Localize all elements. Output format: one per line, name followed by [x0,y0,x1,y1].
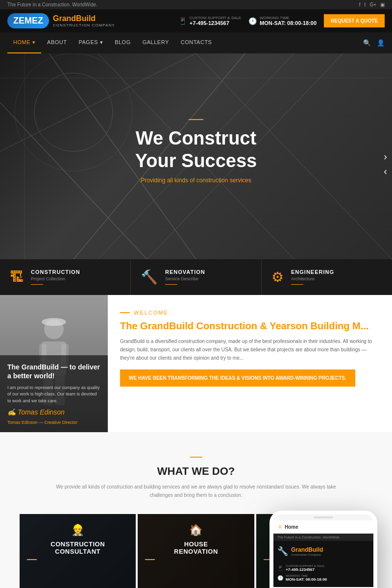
nav-icons: 🔍 👤 [363,39,385,47]
card-title-construction: CONSTRUCTIONCONSULTANT [27,540,128,555]
service-renovation-title: RENOVATION [165,269,205,275]
zemez-logo[interactable]: ZEMEZ [7,13,49,28]
service-engineering[interactable]: ⚙ ENGINEERING Architecture [262,259,392,295]
services-bar: 🏗 CONSTRUCTION Project Collection 🔨 RENO… [0,259,392,295]
phone-brand-name: GrandBuild [291,546,323,553]
phone-header: 🔧 GrandBuild Construction Company [273,541,373,562]
phone-screen: ≡ Home The Future in a Construction. Wor… [273,520,373,588]
social-icons: f t G+ ▣ [359,2,385,7]
hours-contact: 🕐 WORKING TIME MON-SAT: 08:00-18:00 [248,16,317,26]
about-image-overlay: The GrandBuild — to deliver a better wor… [0,355,108,432]
card-icon-construction: 👷 [27,524,128,537]
card-line-construction [27,559,37,560]
twitter-icon[interactable]: t [365,2,366,7]
google-plus-icon[interactable]: G+ [369,2,376,7]
support-phone: +7-495-1234567 [190,20,241,26]
phone-nav-bar: ≡ Home [273,520,373,534]
user-icon[interactable]: 👤 [377,39,385,47]
quote-button[interactable]: REQUEST A QUOTE [324,14,385,27]
phone-brand-sub: Construction Company [291,553,323,556]
card-house-renovation[interactable]: 🏠 HOUSERENOVATION [138,514,254,588]
facebook-icon[interactable]: f [359,2,361,7]
about-wrapper: The GrandBuild — to deliver a better wor… [0,295,392,432]
service-renovation[interactable]: 🔨 RENOVATION Service Describe [131,259,262,295]
service-renovation-line [165,284,177,285]
phone-support-phone: +7-495-1234567 [286,567,324,572]
search-icon[interactable]: 🔍 [363,39,371,47]
phone-brand-icon: 🔧 [277,546,288,557]
hero-prev-arrow[interactable]: ‹ [384,166,387,177]
brand-info: GrandBuild CONSTRUCTION COMPANY [53,14,115,27]
service-renovation-desc: Service Describe [165,276,205,281]
service-construction[interactable]: 🏗 CONSTRUCTION Project Collection [0,259,131,295]
nav-pages[interactable]: PAGES ▾ [73,32,109,53]
support-label: CUSTOM SUPPORT & SALE [190,16,241,20]
about-img-text: I am proud to represent our company as q… [7,385,100,405]
hours-label: WORKING TIME [260,16,317,20]
about-cta[interactable]: WE HAVE BEEN TRANSFORMING THE IDEAS & VI… [120,369,355,387]
hero-title: We Construct Your Success [135,127,257,172]
site-header: ZEMEZ GrandBuild CONSTRUCTION COMPANY 📱 … [0,9,392,32]
about-welcome: WELCOME [120,310,380,316]
phone-hours-row: 🕐 WORKING TIME MON-SAT: 08:00-18:00 [277,574,369,582]
hero-subtitle: Providing all kinds of construction serv… [141,177,251,184]
card-content-renovation: 🏠 HOUSERENOVATION [138,514,254,570]
nav-gallery[interactable]: GALLERY [137,32,175,53]
card-content-construction: 👷 CONSTRUCTIONCONSULTANT [20,514,136,570]
section-title: WHAT WE DO? [10,465,382,478]
nav-about[interactable]: ABOUT [41,32,73,53]
hero-accent-line [189,119,203,120]
author: Tomas Edinson — Creative Director [7,420,100,425]
engineering-icon: ⚙ [271,269,284,285]
nav-links: HOME ▾ ABOUT PAGES ▾ BLOG GALLERY CONTAC… [7,32,218,53]
construction-icon: 🏗 [10,269,24,285]
about-img-title: The GrandBuild — to deliver a better wor… [7,363,100,380]
phone-topbar: The Future in a Construction. WorldWide. [273,534,373,541]
brand-name: GrandBuild [53,14,96,23]
card-icon-renovation: 🏠 [145,524,246,537]
service-construction-line [31,284,43,285]
nav-blog[interactable]: BLOG [109,32,137,53]
about-text: GrandBuild is a diversified construction… [120,337,380,362]
section-text: We provide all kinds of construction and… [49,483,343,499]
service-engineering-desc: Architecture [291,276,334,281]
hero-content: We Construct Your Success Providing all … [0,53,392,259]
nav-home[interactable]: HOME ▾ [7,32,41,53]
service-engineering-title: ENGINEERING [291,269,334,275]
phone-top [273,514,373,520]
header-contact: 📱 CUSTOM SUPPORT & SALE +7-495-1234567 🕐… [178,14,385,27]
about-content: WELCOME The GrandBuild Construction & Ye… [108,295,392,432]
service-construction-title: CONSTRUCTION [31,269,80,275]
instagram-icon[interactable]: ▣ [380,2,385,7]
phone-nav-title: Home [285,524,298,530]
svg-point-18 [42,318,66,326]
clock-icon: 🕐 [248,17,257,25]
phone-icon: 📱 [178,17,187,25]
hours-value: MON-SAT: 08:00-18:00 [260,20,317,26]
phone-hours-value: MON-SAT: 08:00-18:00 [286,577,327,582]
card-title-renovation: HOUSERENOVATION [145,540,246,555]
card-construction-consultant[interactable]: 👷 CONSTRUCTIONCONSULTANT [20,514,136,588]
phone-speaker [314,516,333,518]
service-construction-desc: Project Collection [31,276,80,281]
service-engineering-line [291,284,303,285]
nav-contacts[interactable]: CONTACTS [175,32,218,53]
tagline: The Future in a Construction. WorldWide. [7,2,98,7]
phone-mockup: ≡ Home The Future in a Construction. Wor… [270,511,377,588]
phone-hamburger-icon: ≡ [278,523,282,530]
hero-next-arrow[interactable]: › [384,151,387,162]
about-section: The GrandBuild — to deliver a better wor… [0,295,392,432]
top-bar: The Future in a Construction. WorldWide.… [0,0,392,9]
main-nav: HOME ▾ ABOUT PAGES ▾ BLOG GALLERY CONTAC… [0,32,392,53]
signature: ✍ Tomas Edinson [7,408,100,416]
phone-contact-section: 📱 CUSTOM SUPPORT & SALE +7-495-1234567 🕐… [273,562,373,587]
phone-support-icon: 📱 [277,565,283,571]
hero-section: We Construct Your Success Providing all … [0,53,392,259]
card-line-renovation [145,559,155,560]
about-image: The GrandBuild — to deliver a better wor… [0,295,108,432]
logo-area: ZEMEZ GrandBuild CONSTRUCTION COMPANY [7,13,115,28]
about-title: The GrandBuild Construction & Yearson Bu… [120,319,380,332]
phone-clock-icon: 🕐 [277,575,283,581]
brand-sub: CONSTRUCTION COMPANY [53,23,115,27]
section-line [190,457,202,458]
